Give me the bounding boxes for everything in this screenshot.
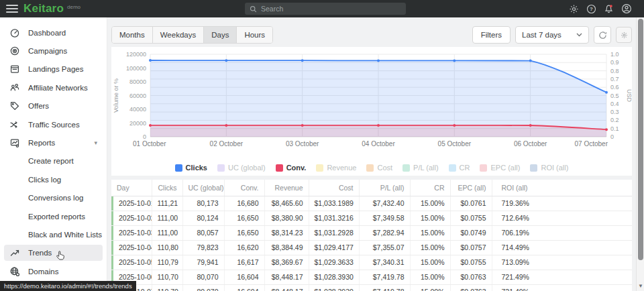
filters-button[interactable]: Filters xyxy=(472,26,511,44)
sidebar-item-campaigns[interactable]: Campaigns xyxy=(0,42,107,60)
sidebar-item-label: Campaigns xyxy=(28,47,67,55)
table-row[interactable]: 2025-10-04110,8079,82316,620$8,384.49$1,… xyxy=(111,240,632,255)
sidebar-item-dashboard[interactable]: Dashboard xyxy=(0,23,107,42)
cell-cr: 15.00% xyxy=(410,196,450,211)
table-row[interactable]: 2025-10-01111,2180,17316,680$8,465.60$1,… xyxy=(111,196,632,211)
trends-table: DayClicksUC (global)Conv.RevenueCostP/L … xyxy=(111,180,632,291)
sidebar-item-label: Exported reports xyxy=(28,213,85,221)
sidebar-item-reports[interactable]: Reports▾ xyxy=(0,133,107,152)
legend-item-cr[interactable]: CR xyxy=(449,164,470,172)
refresh-button[interactable] xyxy=(594,26,611,44)
legend-swatch xyxy=(530,164,537,172)
sidebar-item-label: Create report xyxy=(28,157,74,165)
sidebar-item-black-and-white-lists[interactable]: Black and White Lists xyxy=(0,225,107,243)
cell-roi-all-: 714.49% xyxy=(492,240,632,255)
svg-text:40000: 40000 xyxy=(129,106,146,113)
legend-label: Conv. xyxy=(286,164,307,172)
svg-text:0.4: 0.4 xyxy=(610,101,619,107)
legend-item-conv-[interactable]: Conv. xyxy=(276,164,307,172)
legend-item-roi-all-[interactable]: ROI (all) xyxy=(530,164,568,172)
table-body: 2025-10-01111,2180,17316,680$8,465.60$1,… xyxy=(111,196,632,291)
cell-uc-global-: 80,124 xyxy=(182,211,224,225)
notifications-bell-icon[interactable] xyxy=(603,3,614,15)
cell-day: 2025-10-03 xyxy=(111,225,152,240)
sidebar-item-create-report[interactable]: Create report xyxy=(0,152,107,170)
tab-hours[interactable]: Hours xyxy=(237,27,272,43)
svg-text:0: 0 xyxy=(143,133,146,140)
cell-revenue: $8,314.23 xyxy=(264,225,309,240)
legend-item-uc-global-[interactable]: UC (global) xyxy=(217,164,266,172)
table-row[interactable]: 2025-10-06110,7080,07016,604$8,448.17$1,… xyxy=(111,270,632,284)
cell-clicks: 110,70 xyxy=(152,284,182,291)
legend-item-p-l-all-[interactable]: P/L (all) xyxy=(402,164,439,172)
legend-item-cost[interactable]: Cost xyxy=(366,164,392,172)
trends-table-card: DayClicksUC (global)Conv.RevenueCostP/L … xyxy=(111,180,632,291)
sidebar-item-landings-pages[interactable]: Landings Pages xyxy=(0,60,107,78)
sidebar-item-traffic-sources[interactable]: Traffic Sources xyxy=(0,115,107,133)
tab-months[interactable]: Months xyxy=(112,27,153,43)
cell-day: 2025-10-04 xyxy=(111,240,152,255)
help-icon[interactable]: ? xyxy=(586,3,597,15)
column-header-roi-all-[interactable]: ROI (all) xyxy=(492,180,632,196)
cell-cost: $1,029.4177 xyxy=(309,240,359,255)
legend-item-epc-all-[interactable]: EPC (all) xyxy=(480,164,520,172)
legend-label: Clicks xyxy=(186,164,207,172)
sidebar-item-conversions-log[interactable]: Conversions log xyxy=(0,189,107,207)
settings-gear-icon[interactable] xyxy=(568,3,580,15)
legend-label: Cost xyxy=(377,164,392,172)
sidebar-item-domains[interactable]: Domains xyxy=(0,262,107,280)
offers-icon xyxy=(9,101,20,111)
column-header-conv-[interactable]: Conv. xyxy=(224,180,264,196)
column-header-revenue[interactable]: Revenue xyxy=(264,180,309,196)
global-search[interactable] xyxy=(245,3,406,15)
affiliate-networks-icon xyxy=(9,82,20,93)
legend-item-clicks[interactable]: Clicks xyxy=(175,164,207,172)
search-input[interactable] xyxy=(261,5,395,13)
cell-uc-global-: 80,173 xyxy=(182,196,224,211)
cell-conv-: 16,604 xyxy=(224,270,264,284)
tab-weekdays[interactable]: Weekdays xyxy=(153,27,204,43)
column-header-cr[interactable]: CR xyxy=(410,180,450,196)
svg-text:0.3: 0.3 xyxy=(610,109,619,115)
chart-settings-button[interactable] xyxy=(616,27,632,43)
svg-text:0.6: 0.6 xyxy=(610,84,619,91)
sidebar-item-label: Clicks log xyxy=(28,176,61,184)
svg-text:20000: 20000 xyxy=(129,120,146,127)
svg-text:80000: 80000 xyxy=(129,78,146,85)
sidebar-item-exported-reports[interactable]: Exported reports xyxy=(0,207,107,225)
cell-conv-: 16,604 xyxy=(224,284,264,291)
table-row[interactable]: 2025-10-03111,0080,05716,650$8,314.23$1,… xyxy=(111,225,632,240)
sidebar-item-trends[interactable]: Trends xyxy=(0,244,107,262)
scrollbar-thumb[interactable] xyxy=(638,19,643,260)
reports-icon xyxy=(9,137,20,148)
sidebar-item-clicks-log[interactable]: Clicks log xyxy=(0,170,107,188)
column-header-p-l-all-[interactable]: P/L (all) xyxy=(359,180,410,196)
tab-days[interactable]: Days xyxy=(204,27,237,43)
legend-item-revenue[interactable]: Revenue xyxy=(316,164,356,172)
menu-toggle-icon[interactable] xyxy=(6,5,18,13)
account-avatar-icon[interactable] xyxy=(621,3,632,15)
svg-text:USD: USD xyxy=(626,89,632,103)
legend-swatch xyxy=(480,164,487,172)
table-row[interactable]: 2025-10-02111,0080,12416,650$8,380.90$1,… xyxy=(111,211,632,225)
column-header-uc-global-[interactable]: UC (global) xyxy=(182,180,224,196)
page-scrollbar[interactable]: ▼ xyxy=(636,17,644,291)
app-logo[interactable]: Keitaro xyxy=(23,0,64,17)
main-content: MonthsWeekdaysDaysHours Filters Last 7 d… xyxy=(107,17,636,291)
table-row[interactable]: 2025-10-05110,7979,94116,617$8,369.67$1,… xyxy=(111,255,632,270)
date-range-select[interactable]: Last 7 days xyxy=(515,26,589,44)
trends-chart-card: 00.10.20.30.40.50.60.70.80.91.001 Octobe… xyxy=(111,47,632,176)
column-header-epc-all-[interactable]: EPC (all) xyxy=(450,180,492,196)
sidebar-item-offers[interactable]: Offers xyxy=(0,97,107,115)
table-row[interactable]: 2025-10-07110,7080,07016,604$8,448.17$1,… xyxy=(111,284,632,291)
cell-revenue: $8,448.17 xyxy=(264,270,309,284)
scrollbar-down-arrow[interactable]: ▼ xyxy=(637,282,644,290)
cell-conv-: 16,617 xyxy=(224,255,264,270)
column-header-day[interactable]: Day xyxy=(111,180,152,196)
sidebar-item-affiliate-networks[interactable]: Affiliate Networks xyxy=(0,78,107,97)
svg-text:02 October: 02 October xyxy=(210,140,244,148)
column-header-cost[interactable]: Cost xyxy=(309,180,359,196)
column-header-clicks[interactable]: Clicks xyxy=(152,180,182,196)
cell-conv-: 16,680 xyxy=(224,196,264,211)
cell-roi-all-: 706.19% xyxy=(492,225,632,240)
